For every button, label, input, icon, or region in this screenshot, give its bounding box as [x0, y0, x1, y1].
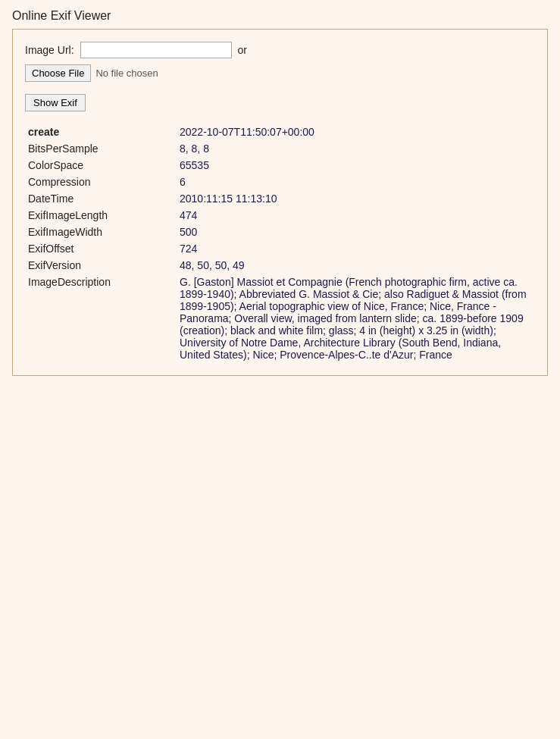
exif-value: 500	[177, 224, 535, 240]
file-row: Choose File No file chosen	[25, 64, 535, 82]
url-input[interactable]	[80, 42, 232, 58]
url-row: Image Url: or	[25, 42, 535, 58]
table-row: ExifImageWidth500	[25, 224, 535, 240]
exif-key: BitsPerSample	[25, 140, 177, 157]
exif-value: 2010:11:15 11:13:10	[177, 190, 535, 207]
table-row: BitsPerSample8, 8, 8	[25, 140, 535, 157]
choose-file-button[interactable]: Choose File	[25, 64, 91, 82]
exif-value: 2022-10-07T11:50:07+00:00	[177, 124, 535, 140]
show-exif-button[interactable]: Show Exif	[25, 94, 86, 111]
table-row: ImageDescriptionG. [Gaston] Massiot et C…	[25, 274, 535, 363]
exif-key: DateTime	[25, 190, 177, 207]
exif-value: 724	[177, 240, 535, 257]
exif-key: ImageDescription	[25, 274, 177, 363]
exif-value: 65535	[177, 157, 535, 174]
exif-value: G. [Gaston] Massiot et Compagnie (French…	[177, 274, 535, 363]
exif-key: create	[25, 124, 177, 140]
show-exif-wrapper: Show Exif	[25, 94, 535, 124]
exif-value: 8, 8, 8	[177, 140, 535, 157]
exif-table: create2022-10-07T11:50:07+00:00BitsPerSa…	[25, 124, 535, 363]
main-panel: Image Url: or Choose File No file chosen…	[12, 29, 548, 376]
or-text: or	[238, 44, 247, 56]
app-title: Online Exif Viewer	[0, 0, 560, 29]
exif-key: Compression	[25, 174, 177, 190]
table-row: ColorSpace65535	[25, 157, 535, 174]
table-row: Compression6	[25, 174, 535, 190]
table-row: DateTime2010:11:15 11:13:10	[25, 190, 535, 207]
table-row: ExifVersion48, 50, 50, 49	[25, 257, 535, 274]
exif-value: 48, 50, 50, 49	[177, 257, 535, 274]
table-row: create2022-10-07T11:50:07+00:00	[25, 124, 535, 140]
no-file-text: No file chosen	[95, 67, 158, 79]
exif-key: ColorSpace	[25, 157, 177, 174]
url-label: Image Url:	[25, 44, 74, 56]
table-row: ExifOffset724	[25, 240, 535, 257]
table-row: ExifImageLength474	[25, 207, 535, 224]
exif-value: 474	[177, 207, 535, 224]
exif-key: ExifImageLength	[25, 207, 177, 224]
exif-value: 6	[177, 174, 535, 190]
exif-key: ExifOffset	[25, 240, 177, 257]
exif-key: ExifImageWidth	[25, 224, 177, 240]
exif-key: ExifVersion	[25, 257, 177, 274]
